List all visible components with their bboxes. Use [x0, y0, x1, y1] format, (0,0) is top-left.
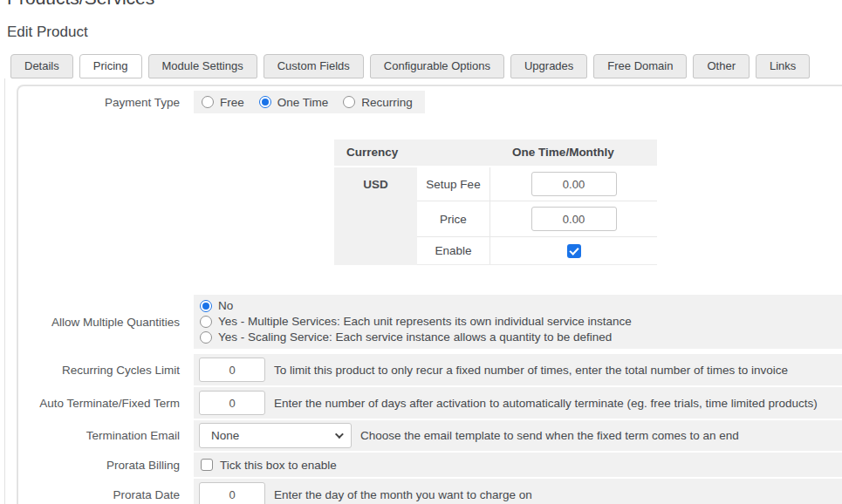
- currency-column-header: Currency: [334, 140, 417, 166]
- prorata-billing-label: Prorata Billing: [18, 459, 187, 472]
- edit-product-page: { "page": { "title": "Products/Services"…: [0, 0, 842, 504]
- setup-fee-cell: [489, 167, 657, 201]
- prorata-date-input[interactable]: [199, 482, 265, 504]
- tab-pricing[interactable]: Pricing: [79, 54, 142, 78]
- pricing-tab-panel: Payment Type Free One Time Recurring C: [17, 85, 842, 504]
- radio-mq-multiple-icon[interactable]: [200, 316, 212, 328]
- radio-recurring-label: Recurring: [361, 96, 413, 109]
- recurring-cycles-limit-strip: To limit this product to only recur a fi…: [194, 354, 842, 385]
- price-input[interactable]: [531, 207, 617, 231]
- auto-terminate-row: Auto Terminate/Fixed Term Enter the numb…: [18, 387, 842, 419]
- prorata-date-strip: Enter the day of the month you want to c…: [194, 479, 842, 504]
- radio-mq-scaling-icon[interactable]: [200, 331, 212, 344]
- tab-free-domain[interactable]: Free Domain: [593, 54, 687, 78]
- tab-module-settings[interactable]: Module Settings: [148, 54, 257, 78]
- tab-custom-fields[interactable]: Custom Fields: [264, 54, 364, 78]
- radio-one-time-icon[interactable]: [259, 96, 271, 108]
- prorata-date-help: Enter the day of the month you want to c…: [274, 488, 532, 501]
- radio-recurring-icon[interactable]: [343, 96, 355, 108]
- price-label: Price: [417, 201, 489, 237]
- auto-terminate-strip: Enter the number of days after activatio…: [194, 387, 842, 419]
- termination-email-select[interactable]: None: [199, 423, 352, 448]
- tab-upgrades[interactable]: Upgrades: [510, 54, 587, 78]
- currency-table-header: Currency One Time/Monthly: [334, 140, 657, 166]
- radio-free-label: Free: [220, 96, 244, 109]
- currency-table-body: USD Setup Fee Price Enable: [334, 167, 657, 265]
- allow-multiple-quantities-row: Allow Multiple Quantities No Yes - Multi…: [18, 295, 842, 349]
- pricing-column-header: One Time/Monthly: [417, 140, 657, 166]
- container-left-border: [4, 78, 5, 504]
- tab-details[interactable]: Details: [10, 54, 73, 78]
- prorata-billing-help: Tick this box to enable: [220, 459, 337, 472]
- page-subtitle: Edit Product: [7, 24, 88, 41]
- auto-terminate-help: Enter the number of days after activatio…: [274, 397, 818, 410]
- setup-fee-input[interactable]: [531, 172, 617, 196]
- setup-fee-label: Setup Fee: [417, 167, 489, 201]
- currency-pricing-table: Currency One Time/Monthly USD Setup Fee …: [334, 140, 657, 265]
- payment-type-label: Payment Type: [18, 96, 187, 109]
- enable-label: Enable: [417, 237, 489, 265]
- mq-option-scaling-service[interactable]: Yes - Scaling Service: Each service inst…: [200, 330, 612, 344]
- radio-free-icon[interactable]: [202, 96, 214, 108]
- termination-email-label: Termination Email: [18, 429, 187, 442]
- prorata-billing-checkbox[interactable]: [201, 459, 213, 471]
- payment-type-one-time[interactable]: One Time: [259, 96, 329, 109]
- termination-email-selected-value: None: [211, 429, 239, 442]
- payment-type-free[interactable]: Free: [202, 96, 244, 109]
- payment-type-row: Payment Type Free One Time Recurring: [18, 91, 842, 113]
- currency-code-cell: USD: [334, 167, 417, 265]
- tab-configurable-options[interactable]: Configurable Options: [370, 54, 504, 78]
- auto-terminate-label: Auto Terminate/Fixed Term: [18, 397, 187, 410]
- prorata-billing-row: Prorata Billing Tick this box to enable: [18, 453, 842, 477]
- product-tabs: Details Pricing Module Settings Custom F…: [10, 54, 810, 78]
- enable-cell: [489, 237, 657, 265]
- recurring-cycles-limit-label: Recurring Cycles Limit: [18, 364, 187, 377]
- prorata-date-row: Prorata Date Enter the day of the month …: [18, 479, 842, 504]
- recurring-cycles-limit-input[interactable]: [199, 358, 265, 382]
- termination-email-row: Termination Email None Choose the email …: [18, 420, 842, 451]
- mq-option-multiple-services[interactable]: Yes - Multiple Services: Each unit repre…: [200, 315, 632, 328]
- termination-email-strip: None Choose the email template to send w…: [194, 420, 842, 451]
- recurring-cycles-limit-row: Recurring Cycles Limit To limit this pro…: [18, 354, 842, 385]
- radio-one-time-label: One Time: [277, 96, 329, 109]
- chevron-down-icon: [335, 430, 344, 439]
- allow-multiple-quantities-options: No Yes - Multiple Services: Each unit re…: [194, 295, 842, 349]
- payment-type-options: Free One Time Recurring: [194, 91, 425, 113]
- auto-terminate-input[interactable]: [199, 391, 265, 415]
- termination-email-help: Choose the email template to send when t…: [360, 429, 739, 442]
- mq-option-no[interactable]: No: [200, 299, 233, 312]
- price-cell: [489, 201, 657, 237]
- tab-links[interactable]: Links: [756, 54, 810, 78]
- page-title: Products/Services: [7, 0, 154, 9]
- mq-multiple-label: Yes - Multiple Services: Each unit repre…: [218, 315, 632, 328]
- mq-scaling-label: Yes - Scaling Service: Each service inst…: [218, 330, 612, 344]
- recurring-cycles-limit-help: To limit this product to only recur a fi…: [274, 364, 788, 377]
- prorata-billing-strip: Tick this box to enable: [194, 453, 842, 477]
- mq-no-label: No: [218, 299, 233, 312]
- tab-other[interactable]: Other: [693, 54, 750, 78]
- radio-mq-no-icon[interactable]: [200, 300, 212, 312]
- prorata-date-label: Prorata Date: [18, 488, 187, 501]
- payment-type-recurring[interactable]: Recurring: [343, 96, 413, 109]
- allow-multiple-quantities-label: Allow Multiple Quantities: [18, 316, 187, 329]
- enable-checkbox[interactable]: [567, 244, 581, 258]
